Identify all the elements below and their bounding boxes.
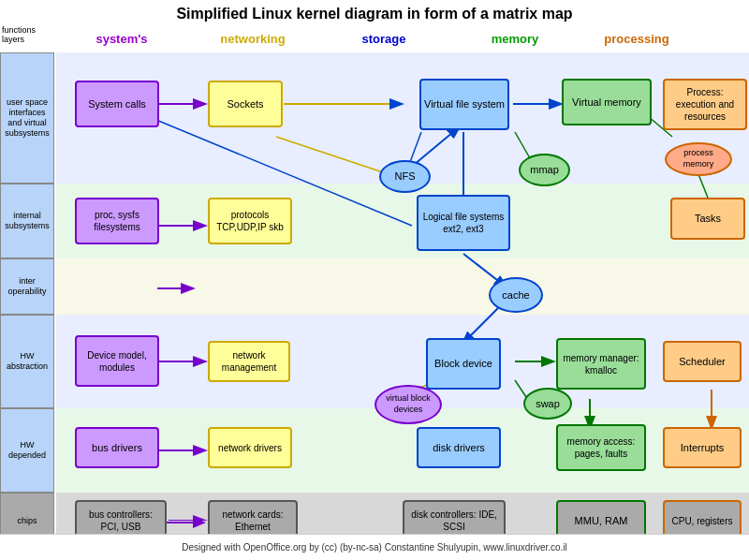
- disk-drivers-box: disk drivers: [417, 427, 501, 468]
- row-label-hw-abs: HW abstraction: [0, 315, 54, 408]
- col-header-networking: networking: [187, 24, 318, 52]
- memory-access-box: memory access: pages, faults: [556, 424, 646, 471]
- footer: Designed with OpenOffice.org by (cc) (by…: [0, 534, 749, 560]
- interrupts-box: Interrupts: [663, 427, 742, 468]
- tasks-box: Tasks: [670, 198, 745, 240]
- sockets-box: Sockets: [208, 81, 283, 127]
- row-label-user-space: user space interfaces and virtual subsys…: [0, 52, 54, 184]
- row-label-interop: inter operability: [0, 258, 54, 315]
- col-header-storage: storage: [318, 24, 449, 52]
- protocols-box: protocols TCP,UDP,IP skb: [208, 198, 292, 244]
- swap-oval: swap: [523, 388, 572, 420]
- virtual-memory-box: Virtual memory: [562, 79, 652, 125]
- functions-label: functionslayers: [0, 24, 37, 47]
- col-header-memory: memory: [449, 24, 580, 52]
- network-mgmt-box: network management: [208, 341, 290, 382]
- row-label-internal: internal subsystems: [0, 184, 54, 258]
- col-header-systems: system's: [56, 24, 187, 52]
- col-header-processing: processing: [580, 24, 693, 52]
- bus-drivers-box: bus drivers: [75, 427, 159, 468]
- system-calls-box: System calls: [75, 81, 159, 127]
- virtual-fs-box: Virtual file system: [419, 79, 509, 130]
- bus-controllers-arrow: [167, 515, 208, 530]
- main-title: Simplified Linux kernel diagram in form …: [0, 0, 749, 24]
- virtual-block-oval: virtual block devices: [374, 385, 442, 424]
- scheduler-box: Scheduler: [663, 341, 742, 382]
- logical-fs-box: Logical file systems ext2, ext3: [417, 195, 510, 251]
- network-drivers-box: network drivers: [208, 427, 292, 468]
- mmap-oval: mmap: [519, 154, 570, 186]
- process-exec-box: Process: execution and resources: [663, 79, 747, 130]
- nfs-oval: NFS: [379, 160, 431, 193]
- process-memory-oval: process memory: [665, 142, 732, 176]
- proc-sysfs-box: proc, sysfs filesystems: [75, 198, 159, 244]
- cache-oval: cache: [489, 277, 543, 313]
- row-label-hw-dep: HW depended: [0, 408, 54, 493]
- device-model-box: Device model, modules: [75, 335, 159, 387]
- block-device-box: Block device: [426, 338, 501, 390]
- memory-manager-box: memory manager: kmalloc: [556, 338, 646, 390]
